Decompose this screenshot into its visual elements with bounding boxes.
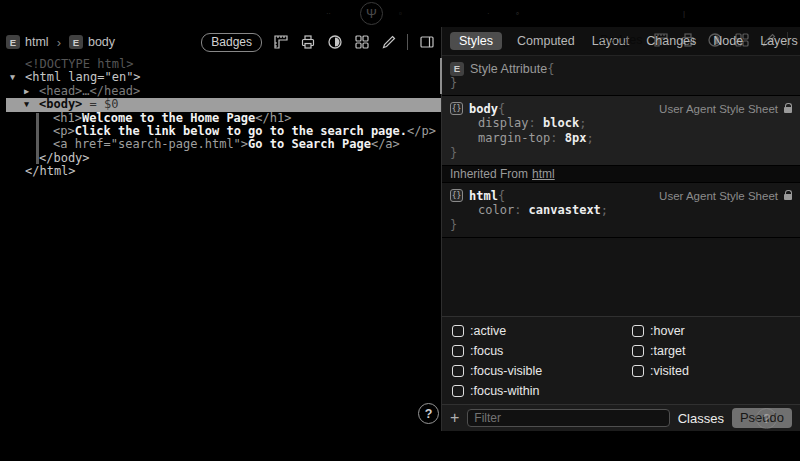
tree-row[interactable]: ▶<head>…</head>: [0, 85, 441, 98]
pseudo-checkbox-visited[interactable]: :visited: [632, 363, 790, 378]
html-rule[interactable]: {} html { User Agent Style Sheet color: …: [442, 183, 800, 238]
code-segment: </h1>: [255, 111, 291, 125]
tree-row[interactable]: <p>Click the link below to go to the sea…: [0, 125, 441, 138]
style-attribute-rule[interactable]: E Style Attribute { }: [442, 56, 800, 96]
pseudo-label: :focus-visible: [470, 364, 542, 378]
tree-row[interactable]: </html>: [0, 165, 441, 178]
grid-icon[interactable]: [353, 34, 370, 51]
element-badge: E: [69, 35, 83, 49]
faint-glyph-icon: ▫: [399, 9, 402, 18]
filter-input[interactable]: [467, 409, 669, 427]
page-header-strip: ∙∙Ψ▫∙∘|: [0, 0, 800, 27]
element-badge: E: [450, 62, 464, 76]
rule-origin: User Agent Style Sheet: [659, 103, 792, 115]
breadcrumb-item-html[interactable]: Ehtml: [6, 35, 49, 49]
tree-row[interactable]: <!DOCTYPE html>: [0, 58, 441, 71]
pseudo-checkbox-hover[interactable]: :hover: [632, 323, 790, 338]
code-segment: <body>: [39, 97, 82, 111]
sidebar-tab-bar: StylesComputedLayoutChangesNodeLayers Ba…: [442, 27, 800, 56]
faint-glyph-icon: ∙: [487, 9, 489, 18]
help-button[interactable]: ?: [418, 403, 439, 424]
disclosure-triangle-icon[interactable]: ▼: [10, 71, 25, 84]
add-rule-button[interactable]: +: [450, 410, 459, 426]
pseudo-label: :visited: [650, 364, 689, 378]
brace-close: }: [450, 146, 792, 160]
faint-glyph-icon: |: [683, 9, 685, 18]
breadcrumb-label: html: [25, 35, 49, 49]
css-property[interactable]: margin-top: 8px;: [450, 131, 792, 146]
code-segment: Welcome to the Home Page: [82, 111, 255, 125]
tree-row[interactable]: ▼<html lang="en">: [0, 71, 441, 84]
tab-styles[interactable]: Styles: [450, 32, 502, 50]
site-logo-icon: Ψ: [360, 2, 383, 25]
tab-changes[interactable]: Changes: [644, 32, 698, 50]
pseudo-label: :focus-within: [470, 384, 539, 398]
tab-layers[interactable]: Layers: [758, 32, 800, 50]
rule-selector[interactable]: body: [469, 102, 498, 116]
rule-badge: {}: [450, 189, 463, 202]
toolbar-buttons: Badges: [201, 33, 435, 52]
toolbar-divider: [407, 34, 408, 50]
empty-area: [442, 238, 800, 316]
brace-close: }: [450, 218, 792, 232]
css-property[interactable]: display: block;: [450, 116, 792, 131]
inherited-html-link[interactable]: html: [532, 167, 555, 181]
tree-row[interactable]: <a href="search-page.html">Go to Search …: [0, 138, 441, 151]
indent-guide: [36, 113, 39, 164]
checkbox-icon: [452, 345, 464, 357]
checkbox-icon: [632, 345, 644, 357]
print-icon[interactable]: [299, 34, 316, 51]
disclosure-triangle-icon[interactable]: ▶: [24, 85, 39, 98]
inherited-from-header: Inherited From html: [442, 166, 800, 183]
pseudo-checkbox-target[interactable]: :target: [632, 343, 790, 358]
css-property[interactable]: color: canvastext;: [450, 203, 792, 218]
body-rule[interactable]: {} body { User Agent Style Sheet display…: [442, 96, 800, 166]
lock-icon: [784, 194, 792, 200]
element-badge: E: [6, 35, 20, 49]
tab-computed[interactable]: Computed: [515, 32, 577, 50]
sidebar-icon[interactable]: [418, 34, 435, 51]
checkbox-icon: [452, 385, 464, 397]
pseudo-class-panel: :active:hover:focus:target:focus-visible…: [442, 316, 800, 404]
rule-badge: {}: [450, 102, 463, 115]
pseudo-checkbox-focus-within[interactable]: :focus-within: [452, 383, 632, 398]
code-segment: </a>: [371, 137, 400, 151]
code-segment: <html lang="en">: [25, 70, 141, 84]
web-inspector-window: ∙∙Ψ▫∙∘| Ehtml›Ebody Badges: [0, 0, 800, 461]
tab-node[interactable]: Node: [711, 32, 745, 50]
tree-row[interactable]: <h1>Welcome to the Home Page</h1>: [0, 112, 441, 125]
pseudo-checkbox-focus[interactable]: :focus: [452, 343, 632, 358]
classes-button[interactable]: Classes: [678, 411, 724, 426]
pseudo-empty-cell: [632, 383, 790, 398]
breadcrumb-item-body[interactable]: Ebody: [69, 35, 115, 49]
brace-open: {: [498, 102, 505, 116]
pseudo-checkbox-active[interactable]: :active: [452, 323, 632, 338]
code-segment: </body>: [39, 151, 90, 165]
code-segment: <h1>: [53, 111, 82, 125]
pseudo-button[interactable]: Pseudo: [732, 408, 792, 428]
checkbox-icon: [452, 365, 464, 377]
code-segment: Click the link below to go to the search…: [75, 124, 407, 138]
badges-button[interactable]: Badges: [201, 33, 262, 52]
rule-selector[interactable]: html: [469, 189, 498, 203]
pseudo-label: :active: [470, 324, 506, 338]
style-attribute-title: Style Attribute: [470, 62, 547, 76]
brace-open: {: [547, 62, 554, 76]
tab-layout[interactable]: Layout: [590, 32, 632, 50]
checkbox-icon: [452, 325, 464, 337]
ruler-icon[interactable]: [272, 34, 289, 51]
pencil-icon[interactable]: [380, 34, 397, 51]
pseudo-checkbox-focus-visible[interactable]: :focus-visible: [452, 363, 632, 378]
styles-footer-bar: + Classes Pseudo ?: [442, 404, 800, 431]
breadcrumb[interactable]: Ehtml›Ebody: [6, 35, 115, 50]
brace-close: }: [450, 76, 792, 90]
checkbox-icon: [632, 325, 644, 337]
code-segment: Go to Search Page: [248, 137, 371, 151]
contrast-icon[interactable]: [326, 34, 343, 51]
checkbox-icon: [632, 365, 644, 377]
lock-icon: [784, 107, 792, 113]
tree-row[interactable]: ▼<body> = $0: [6, 98, 441, 111]
disclosure-triangle-icon[interactable]: ▼: [24, 98, 39, 111]
pseudo-label: :hover: [650, 324, 685, 338]
tree-row[interactable]: </body>: [0, 152, 441, 165]
